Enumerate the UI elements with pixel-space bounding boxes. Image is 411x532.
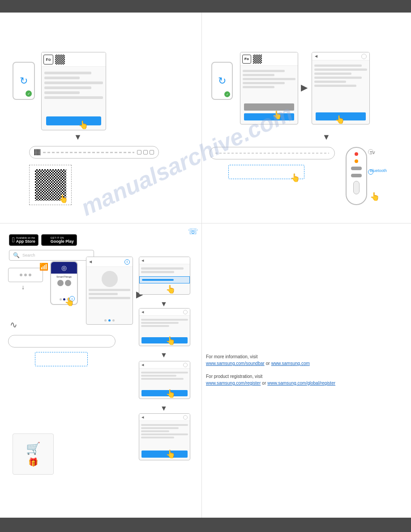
las-l1	[89, 289, 130, 291]
app-connect-button[interactable]	[46, 116, 101, 125]
router-dot-2	[24, 274, 27, 276]
fs3-blue-btn[interactable]	[141, 390, 188, 396]
bt-check-icon: ✓	[26, 90, 32, 97]
router-arrow: ↓	[21, 283, 25, 291]
app-right-header: Fo	[240, 52, 298, 66]
hand-cursor-remote: 👆	[370, 192, 380, 202]
links-row-2: www.samsung.com/register or www.samsung.…	[206, 380, 394, 386]
fs2-blue-btn[interactable]	[141, 337, 188, 343]
fo-logo-right: Fo	[242, 55, 251, 64]
remote-orange-btn	[355, 159, 358, 163]
router-dot-1	[20, 274, 22, 276]
fs4-l1	[141, 424, 188, 426]
las-l2	[89, 293, 118, 295]
line3	[44, 82, 103, 84]
fs2-l2	[141, 322, 179, 324]
app-lines	[42, 67, 106, 104]
fs3-l2	[141, 375, 176, 377]
vert-divider	[201, 13, 202, 518]
st-phone-body: SmartThings	[51, 274, 77, 288]
link-3[interactable]: www.samsung.com/register	[206, 381, 261, 386]
bt-separator-icon: ☏	[188, 227, 198, 236]
sb-icon-3	[150, 150, 154, 154]
r1l4	[243, 82, 285, 84]
arrow-down-fs2: ▼	[160, 351, 167, 359]
arrow-down-fs3: ▼	[160, 404, 167, 412]
soundbar-right-dots	[215, 153, 329, 154]
fs2-circle	[183, 310, 188, 314]
google-play-badge[interactable]: ▶ GET IT ON Google Play	[41, 234, 77, 246]
fs1-l1	[141, 267, 184, 270]
router-body	[8, 268, 43, 282]
google-play-icon: ▶	[44, 236, 49, 244]
dashed-box-soundbar-bottom	[35, 352, 88, 366]
hand-cursor-fs2: 👆	[166, 336, 176, 346]
st-alexa-icon: ◎	[61, 264, 67, 271]
arrow-down-right: ▼	[322, 133, 330, 142]
r2l6	[314, 85, 356, 87]
spacer-1	[206, 367, 394, 373]
top-bar	[0, 0, 411, 13]
st-circles	[57, 280, 71, 286]
flow-screen-1-top: ◀	[139, 257, 190, 295]
fs4-body	[139, 421, 190, 442]
fs4-back: ◀	[141, 416, 144, 419]
sb-icons	[137, 150, 154, 154]
router: 📶 ↓	[8, 268, 45, 290]
las-dot-1	[104, 319, 107, 322]
router-dot-3	[29, 274, 31, 276]
or-1: or	[266, 361, 270, 366]
fs3-back: ◀	[141, 363, 144, 367]
search-bar[interactable]: 🔍 Search	[9, 250, 94, 261]
app-right-lines	[240, 66, 298, 92]
link-2[interactable]: www.samsung.com	[271, 361, 310, 366]
back-arrow-2: ◀	[315, 54, 317, 58]
las-info-icon: i	[124, 259, 130, 265]
sb-icon-1	[137, 150, 141, 154]
hand-cursor-st: 👆	[64, 297, 74, 307]
remote-red-btn	[355, 152, 358, 156]
cart-icon-area: 🛒 🎁	[13, 433, 54, 475]
line5	[44, 91, 80, 94]
fs4-blue-btn[interactable]	[141, 450, 188, 458]
right-text-area: For more information, visit www.samsung.…	[206, 353, 394, 387]
line2	[44, 77, 80, 79]
app-screen-right-1: Fo	[240, 52, 298, 124]
bluetooth-icon: ↻	[20, 75, 28, 87]
bt-check-right: ✓	[224, 91, 230, 97]
wifi-icon-router: 📶	[39, 262, 48, 271]
fs4-l5	[141, 437, 174, 438]
bluetooth-icon-right: ↻	[218, 75, 226, 87]
st-model-text: SmartThings	[56, 275, 72, 278]
fs1-header: ◀	[139, 257, 190, 264]
fs4-l3	[141, 430, 169, 432]
las-circle	[102, 271, 118, 287]
link-1[interactable]: www.samsung.com/soundbar	[206, 361, 265, 366]
text-line-2: For product registration, visit	[206, 374, 394, 379]
flow-screen-3: ◀	[139, 361, 190, 399]
flow-screen-2: ◀	[139, 308, 190, 346]
hand-cursor-sb-right: 👆	[290, 173, 300, 183]
link-4[interactable]: www.samsung.com/global/register	[267, 381, 335, 386]
text-line-1: For more information, visit	[206, 354, 394, 359]
sb-icon-2	[143, 150, 148, 154]
r2l4	[314, 77, 362, 79]
hand-cursor-fs1: 👆	[166, 284, 176, 294]
st-dot-1	[60, 298, 62, 300]
app-screen-left: Fo	[41, 52, 106, 130]
search-placeholder: Search	[22, 253, 35, 257]
fs3-header: ◀	[139, 361, 190, 369]
remote-nav	[353, 181, 360, 194]
flow-screen-4: ◀	[139, 413, 190, 460]
fs4-l4	[141, 433, 188, 435]
search-icon: 🔍	[13, 252, 20, 258]
hand-cursor-qr: 👆	[58, 194, 68, 204]
app-right-2-lines	[312, 60, 369, 91]
apple-icon: 	[12, 236, 15, 244]
app-right-2-header: ◀	[312, 52, 369, 60]
app-store-badge[interactable]:  Available on the App Store	[9, 234, 39, 246]
hand-cursor-1: 👆	[78, 120, 88, 130]
fs2-body	[139, 316, 190, 330]
soundbar-top	[29, 146, 159, 159]
fs1-body	[139, 264, 190, 276]
